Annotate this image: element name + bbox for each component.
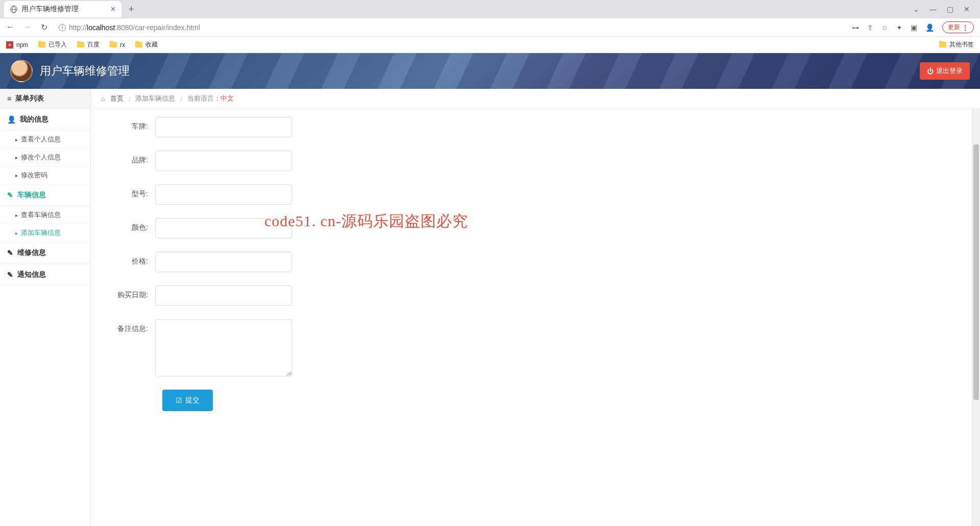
breadcrumb: ⌂ 首页 / 添加车辆信息 / 当前语言：中文 [91, 89, 980, 109]
sidebar-item-view-profile[interactable]: ▸查看个人信息 [0, 131, 90, 149]
sidebar: ≡ 菜单列表 👤 我的信息 ▸查看个人信息 ▸修改个人信息 ▸修改密码 ✎ 车辆… [0, 89, 91, 526]
input-remark[interactable] [155, 319, 292, 376]
star-icon[interactable]: ☆ [881, 23, 888, 32]
bookmark-fav[interactable]: 收藏 [135, 40, 158, 49]
bookmark-imported[interactable]: 已导入 [38, 40, 67, 49]
sidebar-item-change-password[interactable]: ▸修改密码 [0, 166, 90, 184]
browser-tab[interactable]: 用户车辆维修管理 × [4, 1, 121, 17]
site-info-icon[interactable]: i [59, 24, 66, 31]
folder-icon [135, 42, 142, 47]
breadcrumb-home[interactable]: 首页 [110, 94, 124, 103]
folder-icon [110, 42, 117, 47]
input-color[interactable] [155, 218, 292, 238]
caret-icon: ▸ [15, 212, 18, 218]
bookmark-baidu[interactable]: 百度 [77, 40, 100, 49]
bookmark-rx[interactable]: rx [110, 41, 125, 49]
sidebar-item-add-vehicle[interactable]: ▸添加车辆信息 [0, 224, 90, 242]
folder-icon [939, 42, 946, 47]
url-input[interactable]: i http://localhost:8080/car-repair/index… [54, 20, 846, 35]
profile-icon[interactable]: 👤 [925, 23, 934, 32]
label-price: 价格: [101, 252, 155, 266]
breadcrumb-lang-label: 当前语言：中文 [187, 94, 234, 103]
content: ⌂ 首页 / 添加车辆信息 / 当前语言：中文 code51. cn-源码乐园盗… [91, 89, 980, 526]
bookmarks-bar: nnpm 已导入 百度 rx 收藏 其他书签 [0, 37, 980, 53]
caret-icon: ▸ [15, 137, 18, 142]
tab-bar: 用户车辆维修管理 × + ⌄ ― ▢ ✕ [0, 0, 980, 18]
sidebar-item-view-vehicle[interactable]: ▸查看车辆信息 [0, 206, 90, 224]
reload-button[interactable]: ↻ [41, 22, 47, 32]
extensions-icon[interactable]: ✦ [896, 23, 902, 32]
panel-icon[interactable]: ▣ [911, 23, 917, 32]
scrollbar[interactable] [972, 109, 980, 526]
app-header: 用户车辆维修管理 ⏻ 退出登录 [0, 53, 980, 89]
form-area: code51. cn-源码乐园盗图必究 车牌: 品牌: 型号: 颜色: [91, 109, 972, 526]
folder-icon [77, 42, 84, 47]
forward-button: → [23, 22, 32, 32]
update-button[interactable]: 更新 ⋮ [942, 21, 974, 33]
sidebar-section-repair[interactable]: ✎ 维修信息 [0, 242, 90, 264]
sidebar-section-vehicle[interactable]: ✎ 车辆信息 [0, 184, 90, 206]
caret-icon: ▸ [15, 155, 18, 160]
other-bookmarks[interactable]: 其他书签 [939, 40, 974, 49]
breadcrumb-page: 添加车辆信息 [135, 94, 175, 103]
avatar[interactable] [10, 60, 33, 82]
scrollbar-thumb[interactable] [973, 145, 979, 400]
caret-icon: ▸ [15, 230, 18, 236]
label-buydate: 购买日期: [101, 285, 155, 300]
browser-chrome: 用户车辆维修管理 × + ⌄ ― ▢ ✕ ← → ↻ i http://loca… [0, 0, 980, 53]
chevron-down-icon[interactable]: ⌄ [913, 5, 919, 13]
label-model: 型号: [101, 184, 155, 199]
app-title: 用户车辆维修管理 [40, 63, 130, 79]
home-icon: ⌂ [101, 95, 105, 103]
label-brand: 品牌: [101, 151, 155, 165]
address-bar: ← → ↻ i http://localhost:8080/car-repair… [0, 18, 980, 37]
bookmark-npm[interactable]: nnpm [6, 41, 28, 49]
menu-header: ≡ 菜单列表 [0, 89, 90, 109]
edit-icon: ✎ [7, 191, 13, 199]
power-icon: ⏻ [927, 67, 934, 75]
label-remark: 备注信息: [101, 319, 155, 333]
input-plate[interactable] [155, 117, 292, 137]
label-color: 颜色: [101, 218, 155, 232]
share-icon[interactable]: ⇪ [867, 23, 873, 32]
minimize-icon[interactable]: ― [929, 5, 937, 13]
check-icon: ☑ [176, 396, 182, 404]
logout-button[interactable]: ⏻ 退出登录 [920, 62, 970, 80]
sidebar-section-myinfo[interactable]: 👤 我的信息 [0, 109, 90, 131]
input-buydate[interactable] [155, 285, 292, 306]
user-icon: 👤 [7, 115, 16, 124]
key-icon[interactable]: ⊶ [852, 23, 859, 32]
tab-title: 用户车辆维修管理 [21, 5, 79, 14]
input-brand[interactable] [155, 151, 292, 171]
sidebar-section-notice[interactable]: ✎ 通知信息 [0, 264, 90, 286]
caret-icon: ▸ [15, 173, 18, 178]
folder-icon [38, 42, 45, 47]
input-price[interactable] [155, 252, 292, 272]
label-plate: 车牌: [101, 117, 155, 131]
new-tab-button[interactable]: + [124, 4, 139, 15]
window-controls: ⌄ ― ▢ ✕ [913, 5, 976, 13]
input-model[interactable] [155, 184, 292, 205]
close-icon[interactable]: ✕ [964, 5, 970, 13]
submit-button[interactable]: ☑ 提交 [162, 390, 213, 411]
maximize-icon[interactable]: ▢ [947, 5, 953, 13]
edit-icon: ✎ [7, 249, 13, 257]
tab-close-icon[interactable]: × [111, 5, 115, 14]
edit-icon: ✎ [7, 271, 13, 279]
list-icon: ≡ [7, 94, 11, 103]
globe-icon [10, 6, 17, 13]
npm-icon: n [6, 41, 13, 49]
url-text: http://localhost:8080/car-repair/index.h… [69, 23, 200, 32]
back-button[interactable]: ← [6, 22, 14, 32]
app-body: ≡ 菜单列表 👤 我的信息 ▸查看个人信息 ▸修改个人信息 ▸修改密码 ✎ 车辆… [0, 89, 980, 526]
sidebar-item-edit-profile[interactable]: ▸修改个人信息 [0, 149, 90, 166]
